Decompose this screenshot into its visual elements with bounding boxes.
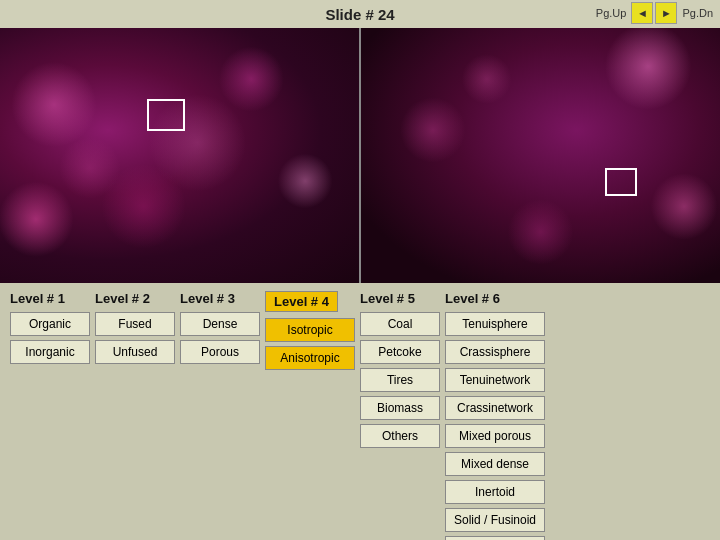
selection-rect-right <box>605 168 637 196</box>
images-area <box>0 28 720 283</box>
nav-controls: Pg.Up ◄ ► Pg.Dn <box>593 2 716 24</box>
level-1-header: Level # 1 <box>10 291 65 306</box>
pgdn-button[interactable]: ► <box>655 2 677 24</box>
level-col-1: Level # 1OrganicInorganic <box>10 291 95 540</box>
level-col-6: Level # 6TenuisphereCrassisphereTenuinet… <box>445 291 550 540</box>
microscopy-image-left <box>0 28 359 283</box>
level-2-item-1[interactable]: Unfused <box>95 340 175 364</box>
level-6-item-7[interactable]: Solid / Fusinoid <box>445 508 545 532</box>
top-bar: Slide # 24 Pg.Up ◄ ► Pg.Dn <box>0 0 720 28</box>
pgup-button[interactable]: ◄ <box>631 2 653 24</box>
slide-title: Slide # 24 <box>325 6 394 23</box>
level-5-item-1[interactable]: Petcoke <box>360 340 440 364</box>
level-6-item-4[interactable]: Mixed porous <box>445 424 545 448</box>
level-col-3: Level # 3DensePorous <box>180 291 265 540</box>
level-col-5: Level # 5CoalPetcokeTiresBiomassOthers <box>360 291 445 540</box>
pgup-label: Pg.Up <box>593 7 630 19</box>
level-4-header: Level # 4 <box>265 291 338 312</box>
level-6-item-8[interactable]: Mineroid <box>445 536 545 540</box>
selection-rect-left <box>147 99 185 131</box>
level-2-item-0[interactable]: Fused <box>95 312 175 336</box>
microscopy-image-right <box>361 28 720 283</box>
level-4-item-0[interactable]: Isotropic <box>265 318 355 342</box>
level-5-item-3[interactable]: Biomass <box>360 396 440 420</box>
level-1-item-0[interactable]: Organic <box>10 312 90 336</box>
content-area: Level # 1OrganicInorganicLevel # 2FusedU… <box>0 283 720 540</box>
level-5-item-4[interactable]: Others <box>360 424 440 448</box>
level-3-item-0[interactable]: Dense <box>180 312 260 336</box>
level-4-item-1[interactable]: Anisotropic <box>265 346 355 370</box>
level-2-header: Level # 2 <box>95 291 150 306</box>
level-5-header: Level # 5 <box>360 291 415 306</box>
level-6-item-2[interactable]: Tenuinetwork <box>445 368 545 392</box>
level-6-item-3[interactable]: Crassinetwork <box>445 396 545 420</box>
level-6-item-5[interactable]: Mixed dense <box>445 452 545 476</box>
level-3-header: Level # 3 <box>180 291 235 306</box>
level-6-item-0[interactable]: Tenuisphere <box>445 312 545 336</box>
level-3-item-1[interactable]: Porous <box>180 340 260 364</box>
level-6-header: Level # 6 <box>445 291 500 306</box>
level-5-item-0[interactable]: Coal <box>360 312 440 336</box>
level-6-item-6[interactable]: Inertoid <box>445 480 545 504</box>
pgdn-label: Pg.Dn <box>679 7 716 19</box>
level-col-4: Level # 4IsotropicAnisotropic <box>265 291 360 540</box>
slide-image-right <box>361 28 720 283</box>
level-6-item-1[interactable]: Crassisphere <box>445 340 545 364</box>
level-col-2: Level # 2FusedUnfused <box>95 291 180 540</box>
level-5-item-2[interactable]: Tires <box>360 368 440 392</box>
slide-image-left <box>0 28 361 283</box>
level-1-item-1[interactable]: Inorganic <box>10 340 90 364</box>
